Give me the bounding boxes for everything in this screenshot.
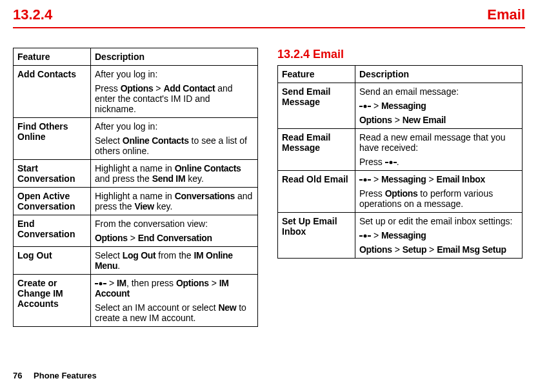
page-footer: 76 Phone Features [13,371,97,380]
center-key-icon [359,177,371,183]
description-cell: > Messaging > Email InboxPress Options t… [355,171,523,213]
table-row: Read Old Email > Messaging > Email Inbox… [278,171,523,213]
feature-cell: Create or Change IM Accounts [14,275,91,327]
description-line: Options > End Conversation [95,233,254,243]
feature-cell: Read Email Message [278,129,355,171]
description-line: Options > Setup > Email Msg Setup [359,244,518,255]
description-line: > Messaging [359,101,518,111]
center-key-icon [359,103,371,110]
description-line: Press Options > Add Contact and enter th… [95,83,254,114]
feature-cell: Read Old Email [278,171,355,213]
description-cell: > IM, then press Options > IM AccountSel… [91,275,258,327]
feature-cell: Find Others Online [14,118,91,160]
svg-rect-3 [359,106,363,107]
col-header-description: Description [355,66,523,83]
left-column: Feature Description Add ContactsAfter yo… [13,48,258,327]
content-columns: Feature Description Add ContactsAfter yo… [13,28,525,327]
feature-cell: End Conversation [14,215,91,247]
description-line: From the conversation view: [95,219,254,229]
table-row: Log OutSelect Log Out from the IM Online… [14,247,258,275]
svg-rect-9 [359,179,363,181]
table-row: Start ConversationHighlight a name in On… [14,160,258,188]
center-key-icon [95,280,106,287]
description-line: Select Online Contacts to see a list of … [95,135,254,156]
description-line: Highlight a name in Online Contacts and … [95,163,254,184]
table-row: Find Others OnlineAfter you log in:Selec… [14,118,258,160]
feature-cell: Log Out [14,247,91,275]
email-feature-table: Feature Description Send Email MessageSe… [277,65,523,259]
description-cell: Set up or edit the email inbox settings:… [355,213,523,259]
description-line: Select Log Out from the IM Online Menu. [95,250,254,271]
description-line: After you log in: [95,69,254,79]
feature-cell: Send Email Message [278,83,355,129]
table-row: Add ContactsAfter you log in:Press Optio… [14,66,258,118]
page-number: 76 [13,371,22,380]
description-cell: After you log in:Press Options > Add Con… [91,66,258,118]
svg-point-10 [364,179,367,182]
table-row: Send Email MessageSend an email message:… [278,83,523,129]
im-feature-table: Feature Description Add ContactsAfter yo… [13,48,258,327]
table-row: Open Active ConversationHighlight a name… [14,188,258,215]
page: 13.2.4 Email Feature Description Add Con… [0,0,538,392]
svg-point-7 [389,161,392,164]
svg-rect-6 [385,162,388,163]
description-cell: Send an email message: > MessagingOption… [355,83,523,129]
description-cell: Read a new email message that you have r… [355,129,523,171]
description-line: > Messaging [359,230,518,240]
table-row: Read Email MessageRead a new email messa… [278,129,523,171]
svg-rect-0 [95,283,98,284]
table-row: End ConversationFrom the conversation vi… [14,215,258,247]
chapter-title: Phone Features [34,371,97,380]
page-header: 13.2.4 Email [13,0,525,28]
center-key-icon [385,159,397,166]
description-line: > Messaging > Email Inbox [359,174,518,184]
description-line: After you log in: [95,121,254,132]
section-number: 13.2.4 [13,6,52,23]
col-header-description: Description [91,48,258,66]
description-cell: Highlight a name in Conversations and pr… [91,188,258,215]
description-line: Select an IM account or select New to cr… [95,302,254,323]
description-cell: Highlight a name in Online Contacts and … [91,160,258,188]
svg-point-13 [364,235,367,238]
section-title: Email [487,6,525,23]
description-line: Press . [359,157,518,167]
description-line: > IM, then press Options > IM Account [95,278,254,299]
description-line: Highlight a name in Conversations and pr… [95,191,254,211]
col-header-feature: Feature [14,48,91,66]
feature-cell: Set Up Email Inbox [278,213,355,259]
description-line: Read a new email message that you have r… [359,132,518,153]
description-line: Send an email message: [359,86,518,97]
right-column: 13.2.4 Email Feature Description Send Em… [277,48,523,327]
center-key-icon [359,233,371,239]
svg-rect-12 [359,235,363,237]
svg-point-1 [99,282,103,286]
feature-cell: Add Contacts [14,66,91,118]
feature-cell: Open Active Conversation [14,188,91,215]
description-line: Set up or edit the email inbox settings: [359,216,518,226]
description-line: Press Options to perform various operati… [359,188,518,209]
description-line: Options > New Email [359,115,518,125]
feature-cell: Start Conversation [14,160,91,188]
description-cell: Select Log Out from the IM Online Menu. [91,247,258,275]
table-row: Create or Change IM Accounts > IM, then … [14,275,258,327]
section-heading-email: 13.2.4 Email [277,48,523,61]
description-cell: After you log in:Select Online Contacts … [91,118,258,160]
description-cell: From the conversation view:Options > End… [91,215,258,247]
col-header-feature: Feature [278,66,355,83]
table-row: Set Up Email InboxSet up or edit the ema… [278,213,523,259]
svg-point-4 [364,105,367,108]
